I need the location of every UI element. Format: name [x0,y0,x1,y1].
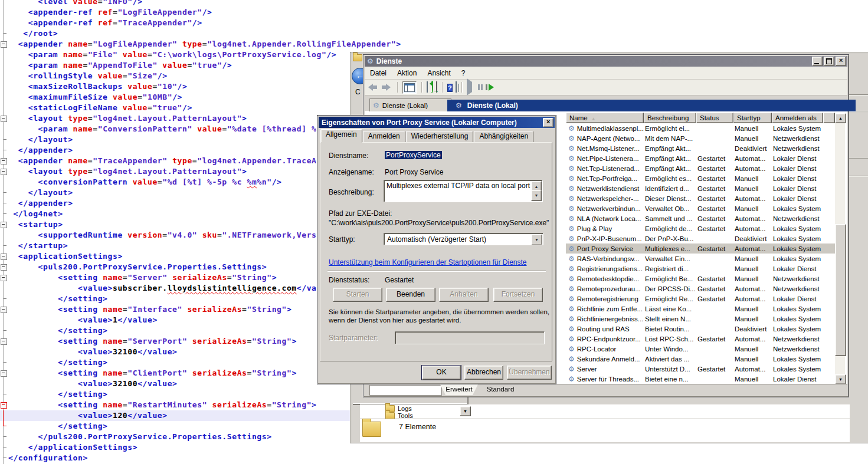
explorer-status-text: 7 Elemente [399,423,436,431]
column-header-starttyp[interactable]: Starttyp [733,113,772,123]
back-icon[interactable] [368,84,379,91]
service-row[interactable]: ⚙Server für Threads...Bietet eine n...Ma… [566,374,835,384]
service-row[interactable]: ⚙Plug & PlayErmöglicht de...GestartetAut… [566,223,835,233]
cell-name: ⚙Remoteregistrierung [566,295,644,302]
help-icon[interactable]: ? [447,82,453,93]
menu-Datei[interactable]: Datei [365,68,392,78]
tab-allgemein[interactable]: Allgemein [320,129,362,143]
service-row[interactable]: ⚙Net.Msmq-Listener...Empfängt Akt...Deak… [566,143,835,153]
cell-name: ⚙Net.Msmq-Listener... [566,145,644,152]
service-row[interactable]: ⚙Remotedesktopdie...Ermöglicht Be...Gest… [566,274,835,284]
tab-standard[interactable]: Standard [482,384,519,395]
tab-erweitert[interactable]: Erweitert [440,384,478,395]
service-row[interactable]: ⚙NLA (Network Loca...Sammelt und ...Gest… [566,213,835,223]
stop-button[interactable]: Beenden [386,288,435,302]
start-button[interactable]: Starten [333,288,382,302]
close-button[interactable]: × [836,57,846,66]
service-row[interactable]: ⚙Net.Pipe-Listenera...Empfängt Akt...Ges… [566,153,835,163]
service-row[interactable]: ⚙NAP-Agent (Netwo...Mit dem NAP-...Manue… [566,133,835,143]
properties-icon[interactable] [427,82,428,93]
fold-toggle-icon[interactable] [1,307,7,313]
scroll-up-button[interactable]: ▲ [835,113,846,123]
fold-toggle-icon[interactable] [1,254,7,260]
cell-status: Gestartet [696,175,733,182]
pause-service-icon[interactable] [478,84,483,90]
description-field[interactable]: Multiplexes external TCP/IP data on loca… [384,180,543,202]
maximize-button[interactable] [824,57,834,66]
divider [360,419,850,419]
fold-margin[interactable] [0,0,7,464]
menu-Ansicht[interactable]: Ansicht [422,68,456,78]
fold-toggle-icon[interactable] [1,402,7,409]
service-row[interactable]: ⚙RPC-Endpunktzuor...Löst RPC-Sch...Gesta… [566,334,835,344]
display-name-value[interactable]: Port Proxy Service [385,168,443,176]
column-header-beschreibung[interactable]: Beschreibung [644,113,696,123]
service-row[interactable]: ⚙Remoteprozedurau...Der RPCSS-Di...Gesta… [566,284,835,294]
fold-toggle-icon[interactable] [1,41,7,48]
service-row[interactable]: ⚙Netzwerkverbindun...Verwaltet Ob...Gest… [566,203,835,213]
fold-toggle-icon[interactable] [1,158,7,164]
dialog-titlebar[interactable]: Eigenschaften von Port Proxy Service (Lo… [319,117,555,128]
service-row[interactable]: ⚙RPC-LocatorUnter Windo...ManuellNetzwer… [566,344,835,354]
cell-start: Manuell [733,185,772,192]
tab-abhängigkeiten[interactable]: Abhängigkeiten [474,131,533,143]
vertical-scrollbar[interactable]: ▲ ▼ [835,113,845,383]
column-header-anmelden-als[interactable]: Anmelden als [772,113,823,123]
tree-tab-dienste-lokal[interactable]: ⚙ Dienste (Lokal) [369,98,451,111]
combo-dropdown-button[interactable]: ▼ [531,234,542,245]
extended-view-icon[interactable] [456,82,457,93]
service-row[interactable]: ⚙Richtlinie zum Entfe...Lässt eine Ko...… [566,304,835,314]
service-row[interactable]: ⚙Sekundäre Anmeld...Aktiviert das ...Man… [566,354,835,364]
service-row[interactable]: ⚙PnP-X-IP-Busenum...Der PnP-X-Bu...Deakt… [566,233,835,243]
startup-type-combobox[interactable]: Automatisch (Verzögerter Start) ▼ [384,233,543,245]
fold-toggle-icon[interactable] [1,370,7,377]
service-row[interactable]: ⚙Richtlinienergebniss...Stellt einen N..… [566,314,835,324]
column-header-name[interactable]: Name▲ [566,113,644,123]
dialog-close-button[interactable]: × [543,118,553,127]
service-row[interactable]: ⚙Registrierungsdiens...Registriert di...… [566,264,835,274]
column-header-status[interactable]: Status [696,113,733,123]
fold-toggle-icon[interactable] [1,222,7,228]
tab-wiederherstellung[interactable]: Wiederherstellung [406,131,474,143]
cancel-button[interactable]: Abbrechen [464,366,503,380]
fold-toggle-icon[interactable] [1,116,7,122]
fold-toggle-icon[interactable] [1,275,7,281]
services-titlebar[interactable]: ⚙ Dienste × [365,56,847,67]
minimize-button[interactable] [812,57,823,66]
start-service-icon[interactable] [467,82,472,93]
forward-icon[interactable] [382,84,392,91]
startup-options-help-link[interactable]: Unterstützung beim Konfigurieren der Sta… [329,258,527,266]
service-status-value: Gestartet [385,276,414,284]
menu-Aktion[interactable]: Aktion [392,68,422,78]
service-row[interactable]: ⚙RAS-Verbindungsv...Verwaltet Ein...Manu… [566,254,835,264]
scroll-down-button[interactable]: ▼ [835,374,846,384]
dropdown-button[interactable]: ▼ [460,406,471,416]
start-params-field[interactable] [395,331,545,344]
service-row[interactable]: ⚙Netzwerkspeicher-...Dieser Dienst...Ges… [566,193,835,203]
export-list-icon[interactable] [436,82,437,93]
fold-toggle-icon[interactable] [1,169,7,175]
cell-desc: Empfängt Akt... [644,155,696,162]
restart-service-icon[interactable] [486,84,494,91]
service-row[interactable]: ⚙Port Proxy ServiceMultiplexes e...Gesta… [566,243,835,254]
fold-toggle-icon[interactable] [1,264,7,271]
service-row[interactable]: ⚙Net.Tcp-Portfreiga...Ermöglicht es...Ge… [566,173,835,183]
scrollbar-thumb[interactable] [835,224,846,356]
show-tree-icon[interactable] [402,81,417,94]
service-row[interactable]: ⚙Multimediaklassenpl...Ermöglicht ei...M… [566,123,835,133]
menu-help[interactable]: ? [456,68,471,78]
service-row[interactable]: ⚙ServerUnterstützt D...GestartetAutomat.… [566,364,835,374]
scroll-down-button[interactable]: ▼ [531,190,542,201]
service-row[interactable]: ⚙RemoteregistrierungErmöglicht Re...Gest… [566,294,835,304]
pause-button[interactable]: Anhalten [439,288,489,302]
service-row[interactable]: ⚙Routing und RASBietet Routin...Deaktivi… [566,324,835,334]
service-row[interactable]: ⚙Net.Tcp-Listenerad...Empfängt Akt...Ges… [566,163,835,173]
resume-button[interactable]: Fortsetzen [493,288,543,302]
tab-anmelden[interactable]: Anmelden [363,131,405,143]
apply-button[interactable]: Übernehmen [507,366,552,380]
fold-toggle-icon[interactable] [1,338,7,345]
ok-button[interactable]: OK [422,366,461,380]
service-row[interactable]: ⚙NetzwerklistendienstIdentifiziert d...G… [566,183,835,193]
fold-end-mark [4,362,6,363]
service-name-value[interactable]: PortProxyService [385,151,442,159]
